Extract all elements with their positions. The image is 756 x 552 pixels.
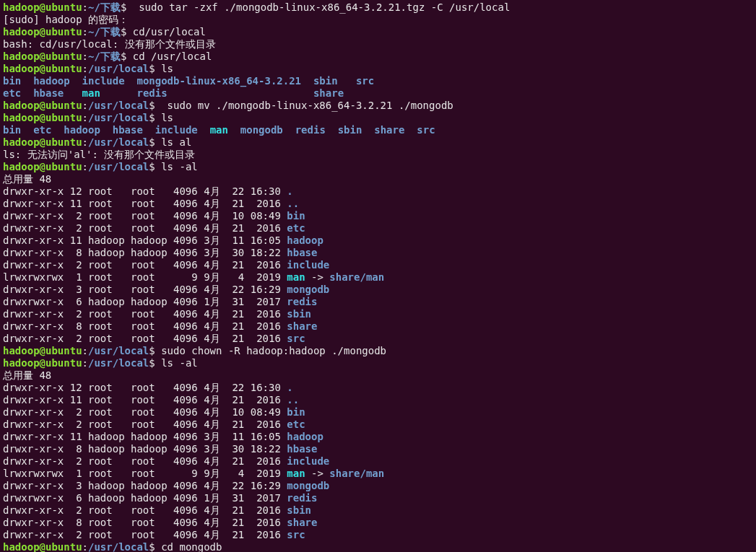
terminal-output[interactable]: hadoop@ubuntu:~/下载$ sudo tar -zxf ./mong… [3, 1, 753, 552]
